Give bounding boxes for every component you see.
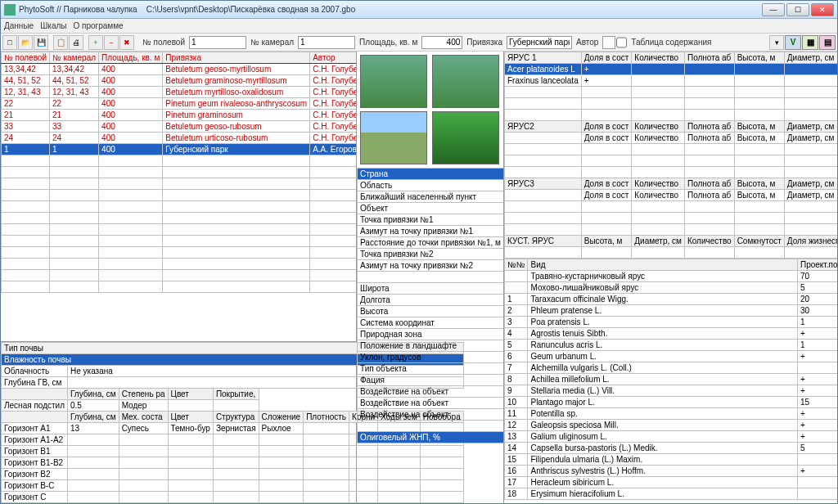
species-row[interactable]: 9Stellaria media (L.) Vill.+ — [505, 385, 838, 397]
property-row[interactable]: Точка привязки №1 — [358, 214, 504, 226]
species-row[interactable]: 14Capsella bursa-pastoris (L.) Medik.5 — [505, 443, 838, 454]
species-row[interactable]: 4Agrostis tenuis Sibth.+ — [505, 328, 838, 340]
table-row[interactable]: 2222400Pinetum geum rivaleoso-anthryscos… — [2, 98, 357, 110]
species-col-header[interactable]: №№ — [505, 259, 528, 271]
yarus-header[interactable]: Диаметр, см — [784, 121, 837, 133]
table-row[interactable]: 13,34,4213,34,42400Betuletum geoso-myrti… — [2, 64, 357, 75]
author-input[interactable] — [602, 36, 615, 49]
property-row[interactable]: Расстояние до точки привязки №1, м — [358, 237, 504, 249]
yarus-header[interactable]: Количество — [632, 121, 685, 133]
table-row[interactable] — [2, 236, 357, 247]
species-col-header[interactable]: Проект.пок — [797, 259, 837, 271]
main-table[interactable]: № полевой№ камералПлощадь, кв. мПривязка… — [1, 52, 356, 293]
property-row[interactable]: СтранаРоссия — [358, 169, 504, 180]
area-input[interactable] — [421, 36, 462, 49]
yarus-header[interactable]: Полнота аб — [684, 178, 734, 190]
table-row[interactable] — [2, 224, 357, 236]
property-row[interactable]: Воздействие на объектКосьба — [358, 409, 504, 421]
yarus-row[interactable]: Fraxinus lanceolata+ — [505, 75, 838, 87]
properties-table[interactable]: СтранаРоссияОбластьКарелияБлижайший насе… — [357, 168, 503, 443]
property-row[interactable]: Высота — [358, 306, 504, 317]
property-row[interactable]: Долгота — [358, 295, 504, 306]
open-icon[interactable]: 📂 — [18, 35, 33, 50]
v-button[interactable]: V — [785, 35, 801, 50]
property-row[interactable] — [358, 272, 504, 283]
plus-icon[interactable]: + — [88, 35, 103, 50]
yarus-row[interactable]: Доля в состКоличествоПолнота абВысота, м… — [505, 133, 838, 144]
yarus-header[interactable]: Доля в сост — [581, 178, 632, 190]
yarus-header[interactable]: ЯРУС2 — [505, 121, 582, 133]
property-row[interactable]: Фация — [358, 375, 504, 386]
species-row[interactable]: Мохово-лишайниковый ярус5 — [505, 282, 838, 294]
species-row[interactable]: 5Ranunculus acris L.1 — [505, 340, 838, 351]
table-row[interactable] — [2, 167, 357, 178]
property-row[interactable]: ОбластьКарелия — [358, 180, 504, 191]
property-row[interactable]: ОбъектГубернский — [358, 203, 504, 214]
species-row[interactable]: 16Anthriscus sylvestris (L.) Hoffm.+ — [505, 466, 838, 477]
menu-data[interactable]: Данные — [4, 21, 34, 30]
yarus-header[interactable]: Высота, м — [734, 121, 784, 133]
table-row[interactable] — [2, 178, 357, 190]
property-row[interactable]: Точка привязки №2 — [358, 249, 504, 260]
species-row[interactable]: 10Plantago major L.15 — [505, 397, 838, 408]
species-row[interactable]: 17Heracleum sibiricum L.Ед — [505, 477, 838, 488]
table-row[interactable] — [2, 190, 357, 201]
main-col-header[interactable]: Площадь, кв. м — [99, 52, 163, 64]
property-row[interactable]: Положение в ландшафтеПлакор — [358, 340, 504, 352]
species-row[interactable]: 6Geum urbanum L.+ — [505, 351, 838, 362]
property-row[interactable]: Природная зонасеверная та — [358, 329, 504, 340]
property-row[interactable] — [358, 421, 504, 432]
bind-input[interactable] — [507, 36, 572, 49]
yarus-header[interactable]: Доля жизнесп — [784, 236, 837, 247]
table-row[interactable] — [2, 247, 357, 259]
table-row[interactable] — [2, 270, 357, 281]
property-row[interactable]: Система координатСК-42 — [358, 317, 504, 329]
table-row[interactable] — [2, 155, 357, 167]
export-icon[interactable]: ▦ — [802, 35, 818, 50]
table-row[interactable] — [2, 281, 357, 293]
yarus-header[interactable]: Количество — [632, 52, 685, 64]
property-row[interactable]: Олиговелый ЖНП, %100 — [358, 432, 504, 443]
yarus-row[interactable]: Acer platanoides L+ — [505, 64, 838, 75]
main-col-header[interactable]: № полевой — [2, 52, 50, 64]
save-icon[interactable]: 💾 — [34, 35, 48, 50]
cam-no-input[interactable] — [298, 36, 355, 49]
yarus-header[interactable]: Полнота аб — [684, 121, 734, 133]
species-row[interactable]: 3Poa pratensis L.1 — [505, 317, 838, 328]
species-row[interactable]: 13Galium uliginosum L.+ — [505, 431, 838, 443]
table-row[interactable] — [2, 213, 357, 224]
species-row[interactable]: 18Erysimum hieracifolium L.Ед — [505, 488, 838, 500]
yarus-table[interactable]: ЯРУС 1Доля в состКоличествоПолнота абВыс… — [504, 52, 837, 259]
main-col-header[interactable]: № камерал — [50, 52, 99, 64]
property-row[interactable]: Воздействие на объектРекреация — [358, 386, 504, 398]
yarus-header[interactable]: Диаметр, см — [784, 178, 837, 190]
table-row[interactable] — [2, 259, 357, 270]
yarus-header[interactable]: КУСТ. ЯРУС — [505, 236, 582, 247]
yarus-header[interactable]: ЯРУС3 — [505, 178, 582, 190]
species-table[interactable]: №№ВидПроект.покВысота, смФенофаза Травян… — [504, 259, 837, 500]
copy-icon[interactable]: 📋 — [53, 35, 68, 50]
yarus-header[interactable]: Полнота аб — [684, 52, 734, 64]
species-row[interactable]: 7Alchemilla vulgaris L. (Coll.)Ед — [505, 362, 838, 374]
yarus-row[interactable]: Доля в состКоличествоПолнота абВысота, м… — [505, 190, 838, 201]
yarus-header[interactable]: Высота, м — [734, 52, 784, 64]
species-row[interactable]: 8Achillea millefolium L.+ — [505, 374, 838, 385]
delete-icon[interactable]: ✖ — [119, 35, 134, 50]
minimize-button[interactable]: — — [762, 3, 785, 16]
table-row[interactable]: 12, 31, 4312, 31, 43400Betuletum myrtill… — [2, 87, 357, 98]
yarus-header[interactable]: ЯРУС 1 — [505, 52, 582, 64]
menu-scales[interactable]: Шкалы — [40, 21, 66, 30]
species-row[interactable]: 15Filipendula ulmaria (L.) Maxim.Ед — [505, 454, 838, 466]
main-col-header[interactable]: Привязка — [163, 52, 310, 64]
close-button[interactable]: ✕ — [811, 3, 834, 16]
species-col-header[interactable]: Вид — [528, 259, 797, 271]
property-row[interactable]: Азимут на точку привязки №2 — [358, 260, 504, 272]
yarus-header[interactable]: Высота, м — [734, 178, 784, 190]
print-icon[interactable]: 🖨 — [69, 35, 83, 50]
yarus-header[interactable]: Высота, м — [581, 236, 632, 247]
thumbnail-2[interactable] — [432, 55, 499, 108]
species-row[interactable]: Травяно-кустарничковый ярус70 — [505, 271, 838, 282]
thumbnail-3[interactable] — [360, 111, 427, 164]
toc-checkbox[interactable] — [616, 36, 627, 49]
species-row[interactable]: 11Potentilla sp.+ — [505, 408, 838, 420]
